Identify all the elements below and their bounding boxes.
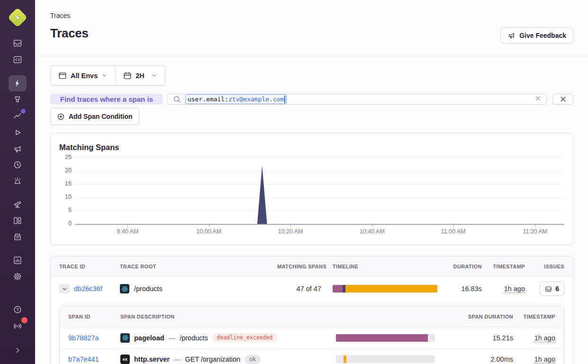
plus-circle-icon — [57, 113, 65, 121]
lightning-icon — [13, 79, 22, 88]
span-timestamp[interactable]: 1h ago — [534, 355, 555, 363]
timeline-segment — [333, 285, 343, 293]
chevron-down-icon — [101, 72, 108, 79]
dashboard-layout-icon — [13, 216, 22, 225]
traces-table: Trace ID Trace Root Matching Spans Timel… — [50, 256, 573, 364]
spans-table: Span ID Span Description Span Duration T… — [59, 306, 564, 364]
trace-row: db26c36f /products 47 of 47 — [51, 276, 573, 301]
collapse-trace-button[interactable] — [59, 284, 70, 293]
x-axis-line — [75, 224, 564, 225]
trace-duration: 16.83s — [449, 285, 489, 293]
y-axis-tick-label: 5 — [59, 207, 72, 213]
sidebar-item-help[interactable]: ? — [9, 302, 27, 318]
clock-icon — [13, 160, 22, 169]
y-axis-tick-label: 10 — [59, 194, 72, 200]
col-span-id: Span ID — [68, 314, 120, 320]
x-axis-tick-label: 10:40 AM — [360, 228, 385, 235]
remove-condition-button[interactable] — [552, 94, 573, 105]
token-value: ztv@example.com — [228, 95, 284, 103]
filter-group: All Envs 2H — [50, 65, 165, 86]
spotlight-icon — [13, 95, 22, 104]
chart-title: Matching Spans — [59, 143, 564, 152]
timeline-segment — [345, 285, 437, 293]
sidebar-item-traces[interactable] — [9, 75, 27, 91]
x-axis-tick — [453, 224, 454, 227]
main-area: Traces Traces Give Feedback All Envs 2H — [35, 0, 588, 364]
give-feedback-label: Give Feedback — [519, 32, 566, 39]
token-key: user.email: — [188, 95, 228, 103]
page-title: Traces — [50, 26, 573, 41]
x-axis-tick-label: 11:00 AM — [441, 228, 466, 235]
sidebar-item-crons[interactable] — [9, 157, 27, 173]
environment-filter[interactable]: All Envs — [51, 66, 115, 85]
megaphone-icon — [13, 144, 22, 153]
span-timeline-bar — [336, 334, 435, 342]
time-range-filter[interactable]: 2H — [115, 66, 165, 85]
trace-id-link[interactable]: db26c36f — [74, 285, 102, 293]
x-axis-tick-label: 9:40 AM — [117, 228, 138, 235]
search-filter-token[interactable]: user.email:ztv@example.com — [185, 94, 287, 104]
sidebar-item-projects[interactable] — [9, 52, 27, 68]
issues-icon — [13, 38, 22, 48]
bar-chart-icon — [13, 256, 22, 265]
x-axis-tick-label: 11:20 AM — [523, 228, 547, 235]
col-timestamp: Timestamp — [489, 264, 534, 269]
react-icon — [120, 333, 130, 343]
sidebar-item-alerts[interactable] — [9, 173, 27, 189]
sidebar-item-discover[interactable] — [9, 196, 27, 213]
x-axis-tick — [535, 224, 535, 227]
chevron-down-icon — [62, 286, 68, 292]
clear-search-button[interactable] — [534, 95, 542, 104]
app-logo[interactable] — [9, 9, 26, 26]
chevron-down-icon — [151, 72, 157, 79]
sidebar-item-issues[interactable] — [9, 35, 27, 51]
add-span-condition-button[interactable]: Add Span Condition — [50, 108, 139, 125]
trace-issues-button[interactable]: 6 — [540, 282, 564, 296]
matching-spans-count: 47 of 47 — [277, 285, 333, 293]
span-description: GET /organization — [185, 355, 240, 363]
telescope-icon — [13, 200, 22, 209]
broadcast-icon — [13, 321, 22, 330]
sidebar-item-whats-new[interactable] — [9, 318, 27, 334]
span-row: 9b78827a pageload — /products de — [60, 327, 564, 348]
col-trace-root: Trace Root — [120, 264, 277, 269]
span-timestamp[interactable]: 1h ago — [534, 334, 555, 342]
x-axis-tick-label: 10:00 AM — [196, 228, 221, 235]
sidebar-item-settings[interactable] — [9, 268, 27, 284]
span-op: pageload — [134, 334, 164, 342]
span-status-badge: ok — [244, 355, 261, 364]
span-duration: 2.00ms — [447, 355, 513, 363]
time-range-label: 2H — [136, 72, 145, 80]
add-span-condition-label: Add Span Condition — [69, 113, 133, 120]
span-timeline-bar — [336, 355, 435, 363]
breadcrumb[interactable]: Traces — [50, 12, 573, 19]
span-row: b7a7e441 ex http.server — GET /organizat… — [60, 348, 564, 364]
matching-spans-chart-panel: Matching Spans 05101520259:40 AM10:00 AM… — [50, 133, 573, 245]
code-folder-icon — [13, 55, 22, 64]
trace-timestamp[interactable]: 1h ago — [504, 285, 525, 293]
x-axis-tick — [209, 224, 209, 227]
span-id-link[interactable]: b7a7e441 — [68, 355, 120, 363]
sidebar-item-spotlight[interactable] — [9, 91, 27, 107]
sidebar-item-dashboards[interactable] — [9, 213, 27, 229]
give-feedback-button[interactable]: Give Feedback — [500, 27, 573, 44]
sidebar-item-stats[interactable] — [9, 252, 27, 268]
span-description: /products — [180, 334, 208, 342]
chart-plot-area: 9:40 AM10:00 AM10:20 AM10:40 AM11:00 AM1… — [75, 154, 564, 238]
separator: — — [174, 355, 181, 363]
area-series — [75, 158, 564, 224]
span-status-badge: deadline_exceeded — [212, 333, 278, 342]
sidebar-item-feedback[interactable] — [9, 141, 27, 157]
close-icon — [559, 95, 567, 103]
timeline-segment — [344, 355, 346, 363]
span-id-link[interactable]: 9b78827a — [68, 334, 120, 342]
col-matching-spans: Matching Spans — [277, 264, 333, 269]
close-icon — [534, 95, 542, 102]
sidebar-item-replays[interactable] — [9, 124, 27, 141]
trace-timeline-bar — [333, 285, 437, 293]
sidebar-item-insights[interactable] — [9, 107, 27, 124]
sidebar-item-releases[interactable] — [9, 229, 27, 245]
sidebar-collapse-toggle[interactable] — [9, 342, 27, 358]
express-icon: ex — [120, 355, 130, 364]
span-search-input[interactable]: user.email:ztv@example.com — [167, 94, 547, 105]
